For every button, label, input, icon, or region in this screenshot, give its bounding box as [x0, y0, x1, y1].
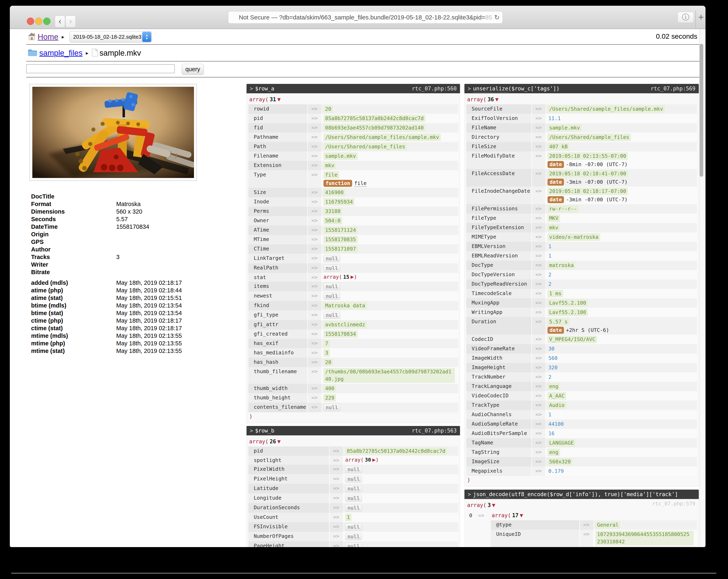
breadcrumb-separator-icon: ▸: [61, 34, 64, 40]
meta-label: Bitrate: [29, 269, 116, 275]
field-row: pid=>85a8b72785c50137a0b2442c8d8cac7d: [249, 446, 458, 456]
function-link[interactable]: file: [354, 180, 366, 187]
meta-row: ctime (stat)May 18th, 2019 02:18:17: [29, 324, 201, 332]
arrow-label: =>: [330, 522, 343, 532]
arrow-label: =>: [330, 513, 343, 522]
string-value: 416900: [323, 189, 345, 196]
field-row: TrackNumber=>2: [466, 372, 697, 382]
minimize-button[interactable]: [35, 18, 42, 25]
field-key: contents_filename: [249, 403, 308, 412]
field-key: VideoFrameRate: [466, 344, 532, 353]
panel-header[interactable]: >unserialize($row_c['tags'])rtc_07.php:5…: [465, 84, 699, 93]
string-value: 560x320: [548, 458, 572, 466]
prompt-icon: >: [468, 85, 471, 91]
arrow-label: =>: [308, 291, 321, 301]
scrollbar-track[interactable]: [699, 29, 705, 547]
field-row: stat=>array(15▶): [249, 273, 458, 282]
field-value: MKV: [545, 214, 697, 223]
query-button[interactable]: query: [182, 64, 204, 75]
field-key: AudioSampleRate: [466, 419, 532, 429]
date-note: -3min -07:00 (UTC-7): [566, 179, 627, 185]
field-row: AudioSampleRate=>44100: [466, 419, 697, 429]
prompt-icon: >: [468, 491, 471, 497]
triangle-down-icon[interactable]: ▼: [277, 96, 281, 103]
middle-column: >$row_artc_07.php:560array(31▼rowid=>20p…: [246, 84, 460, 547]
panel-title-function[interactable]: json_decode: [473, 491, 508, 498]
panel-title-function[interactable]: unserialize: [473, 85, 508, 93]
address-bar[interactable]: Not Secure — ?db=data/skim/663_sample_fi…: [228, 11, 503, 24]
field-value: null: [321, 263, 458, 273]
nested-array-row: 0=>array(17▼@type=>GeneralUniqueID=>1072…: [466, 510, 697, 547]
arrow-label: =>: [330, 541, 343, 547]
close-button[interactable]: [27, 18, 34, 25]
panel-body: array(26▼pid=>85a8b72785c50137a0b2442c8d…: [246, 436, 460, 547]
field-row: PixelHeight=>null: [249, 474, 458, 484]
file-times-table: added (mdls)May 18th, 2019 02:18:17atime…: [29, 279, 201, 355]
field-row: CodecID=>V_MPEG4/ISO/AVC: [466, 335, 697, 344]
field-value: Lavf55.2.100: [545, 298, 697, 308]
arrow-label: =>: [308, 151, 321, 161]
arrow-label: =>: [532, 151, 545, 169]
arrow-label: =>: [308, 188, 321, 197]
field-key: FileTypeExtension: [466, 223, 532, 232]
field-value: null: [343, 522, 458, 532]
info-button[interactable]: ⓘ: [677, 12, 694, 23]
field-value: 1: [545, 251, 697, 261]
database-select[interactable]: 2019-05-18_02-18-22.sqlite3 ▲▼: [70, 31, 152, 43]
number-value: 1: [548, 411, 552, 418]
meta-row: mtime (php)May 18th, 2019 02:13:55: [29, 340, 201, 347]
forward-button[interactable]: ›: [66, 16, 76, 27]
panel-header[interactable]: >$row_artc_07.php:560: [246, 84, 460, 93]
arrow-label: =>: [330, 484, 343, 494]
arrow-label: =>: [532, 429, 545, 438]
field-row: items=>null: [249, 282, 458, 291]
string-value: 400: [323, 385, 336, 392]
meta-label: Seconds: [29, 216, 116, 222]
string-value: General: [595, 521, 620, 529]
home-link[interactable]: Home: [37, 32, 58, 41]
back-button[interactable]: ‹: [55, 16, 65, 27]
source-location: rtc_07.php:579: [652, 501, 695, 506]
triangle-down-icon[interactable]: ▼: [277, 438, 281, 445]
file-name-label: sample.mkv: [99, 49, 141, 57]
query-input[interactable]: [26, 64, 175, 73]
arrow-label: =>: [330, 503, 343, 513]
meta-label: ctime (php): [29, 317, 116, 324]
date-badge: date: [548, 179, 564, 186]
scrollbar-thumb[interactable]: [700, 44, 703, 177]
string-value: 85a8b72785c50137a0b2442c8d8cac7d: [323, 115, 425, 122]
breadcrumb-separator-icon: ▸: [86, 50, 88, 56]
tabstrip-divider: [696, 10, 696, 29]
panel-header[interactable]: >$row_brtc_07.php:563: [246, 426, 460, 436]
field-value: 30: [545, 344, 697, 353]
field-row: WritingApp=>Lavf55.2.100: [466, 308, 697, 317]
field-key: has_exif: [249, 339, 308, 348]
field-row: FilePermissions=>rw-r--r--: [466, 204, 697, 214]
field-value: sample.mkv: [321, 151, 458, 161]
zoom-button[interactable]: [43, 18, 51, 25]
meta-label: mtime (stat): [29, 348, 116, 354]
date-badge: date: [548, 327, 564, 334]
string-value: 2019:05:18 02:18:17-07:00: [548, 188, 628, 195]
field-row: fid=>08b693e3ae4557cb09d79873202ad140: [249, 123, 458, 133]
field-key: VideoCount: [491, 547, 580, 547]
meta-label: atime (php): [29, 287, 116, 294]
triangle-down-icon[interactable]: ▼: [492, 502, 495, 508]
triangle-down-icon[interactable]: ▼: [520, 512, 523, 519]
triangle-down-icon[interactable]: ▼: [495, 96, 498, 103]
array-expander[interactable]: array(30▶): [345, 457, 379, 463]
meta-label: ctime (stat): [29, 325, 116, 332]
field-value: 0.179: [545, 467, 697, 476]
new-tab-button[interactable]: +: [697, 11, 705, 23]
array-expander[interactable]: array(15▶): [323, 274, 357, 280]
folder-link[interactable]: sample_files: [39, 49, 82, 57]
panel-header[interactable]: >json_decode(utf8_encode($row_d['info'])…: [465, 490, 699, 499]
meta-label: btime (stat): [29, 310, 116, 316]
field-row: DocTypeVersion=>2: [466, 270, 697, 280]
number-value: 2: [548, 271, 552, 279]
array-open-line: array(17▼: [491, 510, 697, 520]
string-value: avbstclinmedz: [323, 321, 367, 328]
url-text: ?db=data/skim/663_sample_files.bundle/20…: [279, 14, 485, 21]
field-key: WritingApp: [466, 308, 532, 317]
reload-icon[interactable]: ↻: [494, 11, 500, 23]
